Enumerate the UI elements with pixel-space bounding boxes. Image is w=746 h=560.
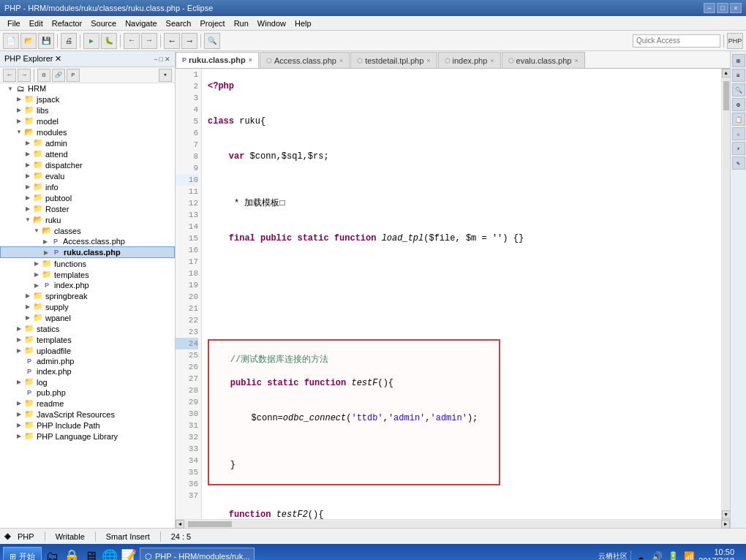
perspective-php[interactable]: PHP — [727, 33, 743, 49]
right-icon-5[interactable]: 📋 — [732, 113, 745, 126]
tree-info[interactable]: ▶ 📁 info — [0, 181, 175, 192]
save-button[interactable]: 💾 — [38, 33, 54, 49]
right-icon-8[interactable]: ✎ — [732, 156, 745, 170]
tree-hrm[interactable]: ▼ 🗂 HRM — [0, 83, 175, 94]
tray-icon-3[interactable]: 🔋 — [666, 550, 679, 560]
right-icon-7[interactable]: ⚡ — [732, 142, 745, 155]
taskbar-eclipse[interactable]: ⬡ PHP - HRM/modules/ruk... — [140, 548, 255, 560]
tree-php-include[interactable]: ▶ 📁 PHP Include Path — [0, 420, 175, 431]
tab-ruku-close[interactable]: × — [249, 56, 252, 64]
close-button[interactable]: × — [730, 3, 742, 13]
tray-icon-1[interactable]: ☁ — [634, 550, 647, 560]
scroll-right-arrow[interactable]: ► — [721, 520, 730, 529]
scroll-left-arrow[interactable]: ◄ — [176, 520, 184, 529]
horizontal-scrollbar[interactable]: ◄ ► — [176, 519, 730, 528]
tree-wpanel[interactable]: ▶ 📁 wpanel — [0, 312, 175, 323]
tree-js-resources[interactable]: ▶ 📁 JavaScript Resources — [0, 409, 175, 420]
tree-model[interactable]: ▶ 📁 model — [0, 116, 175, 126]
tree-functions[interactable]: ▶ 📁 functions — [0, 258, 175, 269]
tree-libs[interactable]: ▶ 📁 libs — [0, 105, 175, 116]
tree-access-class[interactable]: ▶ P Access.class.php — [0, 236, 175, 246]
tab-testdetail-close[interactable]: × — [426, 57, 430, 64]
taskbar-clock[interactable]: 10:50 2017/7/18 — [698, 548, 740, 560]
taskbar-icon-4[interactable]: 🌐 — [102, 548, 118, 560]
menu-search[interactable]: Search — [162, 18, 196, 29]
vertical-scrollbar[interactable]: ▲ ▼ — [721, 69, 730, 519]
tree-readme[interactable]: ▶ 📁 readme — [0, 398, 175, 409]
tray-icon-4[interactable]: 📶 — [682, 550, 696, 560]
link-editor[interactable]: 🔗 — [52, 69, 65, 82]
tree-ruku-index[interactable]: ▶ P index.php — [0, 280, 175, 290]
right-icon-2[interactable]: ≡ — [732, 69, 745, 82]
scroll-up-arrow[interactable]: ▲ — [722, 69, 731, 77]
tree-jspack[interactable]: ▶ 📁 jspack — [0, 94, 175, 105]
new-button[interactable]: 📄 — [3, 33, 19, 49]
taskbar-icon-3[interactable]: 🖥 — [83, 548, 99, 560]
tree-pub-php[interactable]: P pub.php — [0, 387, 175, 398]
tab-access-class[interactable]: ⬡ Access.class.php × — [260, 52, 350, 68]
right-icon-3[interactable]: 🔍 — [732, 83, 745, 97]
view-menu[interactable]: ▾ — [159, 69, 172, 82]
tab-evalu[interactable]: ⬡ evalu.class.php × — [502, 52, 585, 68]
right-icon-1[interactable]: ⊞ — [732, 54, 745, 67]
tree-php-lang[interactable]: ▶ 📁 PHP Language Library — [0, 431, 175, 442]
maximize-button[interactable]: □ — [717, 3, 728, 13]
search-button[interactable]: 🔍 — [204, 33, 220, 49]
right-icon-6[interactable]: ☆ — [732, 127, 745, 140]
run-button[interactable]: ▶ — [83, 33, 99, 49]
tree-roster[interactable]: ▶ 📁 Roster — [0, 203, 175, 214]
tree-pubtool[interactable]: ▶ 📁 pubtool — [0, 192, 175, 203]
tree-ruku-class[interactable]: ▶ P ruku.class.php — [0, 246, 175, 258]
taskbar-icon-1[interactable]: 🗂 — [45, 548, 61, 560]
menu-file[interactable]: File — [3, 18, 25, 29]
tree-classes[interactable]: ▼ 📂 classes — [0, 225, 175, 236]
right-icon-4[interactable]: ⚙ — [732, 98, 745, 111]
tree-dispatcher[interactable]: ▶ 📁 dispatcher — [0, 159, 175, 170]
panel-close[interactable]: ✕ — [165, 56, 170, 63]
tab-ruku-class[interactable]: P ruku.class.php × — [176, 52, 259, 68]
collapse-all[interactable]: ⊟ — [37, 69, 50, 82]
menu-refactor[interactable]: Refactor — [48, 18, 87, 29]
forward-button[interactable]: → — [141, 33, 157, 49]
tree-springbreak[interactable]: ▶ 📁 springbreak — [0, 290, 175, 301]
explorer-forward[interactable]: → — [18, 69, 31, 82]
tree-evalu[interactable]: ▶ 📁 evalu — [0, 170, 175, 181]
tree-attend[interactable]: ▶ 📁 attend — [0, 148, 175, 159]
menu-edit[interactable]: Edit — [25, 18, 48, 29]
next-edit-button[interactable]: ⟶ — [181, 33, 197, 49]
h-scroll-thumb[interactable] — [188, 521, 232, 527]
tree-statics[interactable]: ▶ 📁 statics — [0, 323, 175, 334]
menu-project[interactable]: Project — [195, 18, 229, 29]
quick-access-input[interactable] — [633, 34, 720, 48]
tree-ruku[interactable]: ▼ 📂 ruku — [0, 214, 175, 225]
menu-help[interactable]: Help — [290, 18, 316, 29]
minimize-button[interactable]: − — [704, 3, 715, 13]
menu-window[interactable]: Window — [253, 18, 290, 29]
h-scroll-track[interactable] — [184, 521, 721, 528]
new-php[interactable]: P — [67, 69, 80, 82]
taskbar-icon-5[interactable]: 📝 — [121, 548, 137, 560]
explorer-back[interactable]: ← — [3, 69, 16, 82]
scroll-track[interactable] — [723, 77, 730, 510]
tree-templates[interactable]: ▶ 📁 templates — [0, 334, 175, 345]
taskbar-icon-2[interactable]: 🔒 — [64, 548, 80, 560]
tab-index-close[interactable]: × — [490, 57, 494, 64]
menu-source[interactable]: Source — [86, 18, 121, 29]
tree-modules[interactable]: ▼ 📂 modules — [0, 126, 175, 137]
print-button[interactable]: 🖨 — [61, 33, 77, 49]
panel-minimize[interactable]: − — [154, 56, 157, 63]
tree-admin[interactable]: ▶ 📁 admin — [0, 137, 175, 148]
tray-icon-2[interactable]: 🔊 — [650, 550, 663, 560]
panel-maximize[interactable]: □ — [159, 56, 163, 63]
tree-admin-php[interactable]: P admin.php — [0, 356, 175, 366]
tree-log[interactable]: ▶ 📁 log — [0, 377, 175, 387]
code-text[interactable]: <?php class ruku{ var $conn,$sql,$rs; * … — [202, 69, 721, 519]
debug-button[interactable]: 🐛 — [101, 33, 117, 49]
tab-access-close[interactable]: × — [339, 57, 343, 64]
tree-uploadfile[interactable]: ▶ 📁 uploadfile — [0, 345, 175, 356]
prev-edit-button[interactable]: ⟵ — [164, 33, 180, 49]
scroll-thumb[interactable] — [723, 81, 729, 110]
tree-ruku-templates[interactable]: ▶ 📁 templates — [0, 269, 175, 280]
tree-supply[interactable]: ▶ 📁 supply — [0, 301, 175, 312]
tab-testdetail[interactable]: ⬡ testdetail.tpl.php × — [350, 52, 437, 68]
